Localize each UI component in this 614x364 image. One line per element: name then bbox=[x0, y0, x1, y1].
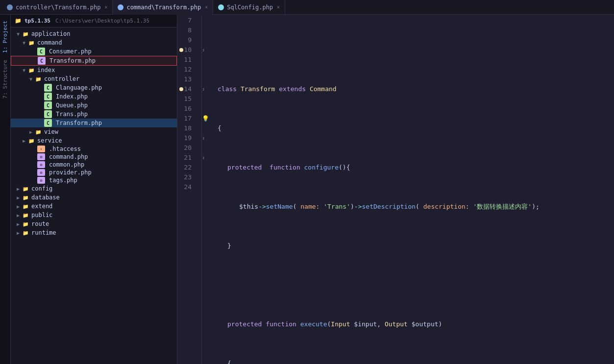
tree-item-command-php[interactable]: ⚙ command.php bbox=[11, 153, 177, 161]
label-index-php: Index.php bbox=[56, 93, 88, 100]
code-line-11: $this -> setName ( name: 'Trans' ) -> se… bbox=[218, 202, 614, 212]
sidebar: 📁 tp5.1.35 C:\Users\wer\Desktop\tp5.1.35… bbox=[11, 15, 177, 364]
linenum-13: 13 bbox=[177, 74, 196, 84]
main-area: 1: Project 7: Structure 📁 tp5.1.35 C:\Us… bbox=[0, 15, 614, 364]
code-line-13 bbox=[218, 280, 614, 290]
var-output: $output bbox=[412, 319, 439, 329]
tree-item-service[interactable]: ▶ 📁 service bbox=[11, 136, 177, 145]
folder-icon-index: 📁 bbox=[27, 66, 35, 74]
method-setname: setName bbox=[266, 202, 293, 212]
punc-11d: ); bbox=[532, 202, 540, 212]
tab-command-transform[interactable]: command\Transform.php × bbox=[113, 0, 213, 15]
linenum-12: 12 bbox=[177, 65, 196, 74]
linenum-10: 10 bbox=[177, 45, 196, 55]
gutter-14: ↕ bbox=[202, 84, 212, 94]
linenum-23: 23 bbox=[177, 172, 196, 182]
tab-controller-transform[interactable]: controller\Transform.php × bbox=[2, 0, 113, 15]
tab-cmd-icon bbox=[118, 4, 123, 10]
gutter-icon-10: ↕ bbox=[202, 45, 205, 55]
label-service: service bbox=[37, 137, 62, 144]
tree-item-runtime[interactable]: ▶ 📁 runtime bbox=[11, 228, 177, 237]
tree-item-queue[interactable]: C Queue.php bbox=[11, 101, 177, 110]
label-public: public bbox=[31, 212, 52, 218]
str-desc-11: '数据转换描述内容' bbox=[473, 202, 532, 212]
tab-close-3[interactable]: × bbox=[277, 4, 280, 10]
punc-11c: ( bbox=[416, 202, 423, 212]
tree-item-transform-cmd[interactable]: C Transform.php bbox=[11, 56, 177, 66]
tree-item-common-php[interactable]: ⚙ common.php bbox=[11, 161, 177, 169]
tree-item-index-php[interactable]: C Index.php bbox=[11, 92, 177, 101]
gutter-20 bbox=[202, 143, 212, 153]
linenum-7: 7 bbox=[177, 16, 196, 25]
punc-close-12: } bbox=[227, 241, 231, 251]
label-transform-cmd: Transform.php bbox=[49, 57, 96, 64]
fn-execute: execute bbox=[300, 319, 327, 329]
structure-side-icon[interactable]: 7: Structure bbox=[2, 58, 8, 100]
folder-icon-extend: 📁 bbox=[22, 202, 29, 210]
tab-label-1: controller\Transform.php bbox=[16, 4, 100, 11]
gutter-11 bbox=[202, 55, 212, 65]
gutter-24 bbox=[202, 182, 212, 192]
file-icon-consumer: C bbox=[37, 48, 45, 55]
param-name-11: name: bbox=[300, 202, 323, 212]
code-line-12: } bbox=[218, 241, 614, 251]
tree-item-consumer[interactable]: C Consumer.php bbox=[11, 47, 177, 56]
arrow-controller: ▼ bbox=[27, 76, 34, 82]
tree-item-controller[interactable]: ▼ 📁 controller bbox=[11, 74, 177, 83]
punc-execute-14: ( bbox=[327, 319, 331, 329]
linenum-11: 11 bbox=[177, 55, 196, 65]
linenum-24: 24 bbox=[177, 182, 196, 192]
tree-item-config[interactable]: ▶ 📁 config bbox=[11, 184, 177, 193]
linenum-19: 19 bbox=[177, 133, 196, 143]
project-side-icon[interactable]: 1: Project bbox=[2, 19, 8, 55]
tree-item-command[interactable]: ▼ 📁 command bbox=[11, 38, 177, 47]
tree-item-index[interactable]: ▼ 📁 index bbox=[11, 66, 177, 74]
tab-php-icon bbox=[7, 4, 13, 10]
str-trans: 'Trans' bbox=[323, 202, 350, 212]
tree-item-application[interactable]: ▼ 📁 application bbox=[11, 29, 177, 38]
code-lines: class Transform extends Command { protec… bbox=[212, 15, 614, 364]
tree-item-route[interactable]: ▶ 📁 route bbox=[11, 219, 177, 228]
folder-icon-service: 📁 bbox=[27, 137, 35, 145]
arrow-view: ▶ bbox=[27, 129, 34, 135]
tree-item-clanguage[interactable]: C Clanguage.php bbox=[11, 83, 177, 92]
arrow-config: ▶ bbox=[15, 186, 22, 192]
kw-function-10: function bbox=[270, 163, 304, 172]
tree-item-extend[interactable]: ▶ 📁 extend bbox=[11, 202, 177, 211]
tree-item-trans[interactable]: C Trans.php bbox=[11, 110, 177, 119]
label-database: database bbox=[31, 194, 60, 201]
tree-item-transform-ctrl[interactable]: C Transform.php bbox=[11, 119, 177, 127]
tab-sql-icon bbox=[218, 4, 224, 10]
gutter-15 bbox=[202, 94, 212, 104]
gutter-icon-21: ↕ bbox=[202, 153, 205, 163]
folder-icon-database: 📁 bbox=[22, 194, 29, 201]
tree-item-public[interactable]: ▶ 📁 public bbox=[11, 211, 177, 219]
file-icon-provider-php: ⚙ bbox=[37, 169, 45, 176]
punc-11b: ) bbox=[350, 202, 354, 212]
tree-item-view[interactable]: ▶ 📁 view bbox=[11, 127, 177, 136]
label-index: index bbox=[37, 67, 55, 73]
arrow-public: ▶ bbox=[15, 213, 22, 218]
gutter-8 bbox=[202, 25, 212, 35]
tree-item-tags-php[interactable]: ⚙ tags.php bbox=[11, 176, 177, 184]
label-extend: extend bbox=[31, 203, 52, 210]
label-command-php: command.php bbox=[49, 153, 88, 160]
linenum-9: 9 bbox=[177, 35, 196, 45]
arrow-service: ▶ bbox=[21, 138, 27, 144]
folder-icon-view: 📁 bbox=[34, 128, 42, 136]
tree-item-htaccess[interactable]: ⚡ .htaccess bbox=[11, 145, 177, 153]
var-this-11: $this bbox=[239, 202, 258, 212]
tab-close-2[interactable]: × bbox=[205, 4, 208, 10]
code-line-9: { bbox=[218, 123, 614, 133]
linenum-17: 17 bbox=[177, 114, 196, 123]
tree-item-provider-php[interactable]: ⚙ provider.php bbox=[11, 169, 177, 176]
folder-icon-command: 📁 bbox=[27, 39, 35, 47]
gutter-10: ↕ bbox=[202, 45, 212, 55]
tab-sqlconfig[interactable]: SqlConfig.php × bbox=[213, 0, 285, 15]
tab-close-1[interactable]: × bbox=[104, 4, 107, 10]
gutter-icon-14: ↕ bbox=[202, 84, 205, 94]
breakpoint-14 bbox=[179, 87, 183, 91]
line-numbers: 7 8 9 10 11 12 13 14 15 16 bbox=[177, 15, 202, 364]
bulb-icon-17[interactable]: 💡 bbox=[202, 114, 209, 123]
tree-item-database[interactable]: ▶ 📁 database bbox=[11, 193, 177, 202]
